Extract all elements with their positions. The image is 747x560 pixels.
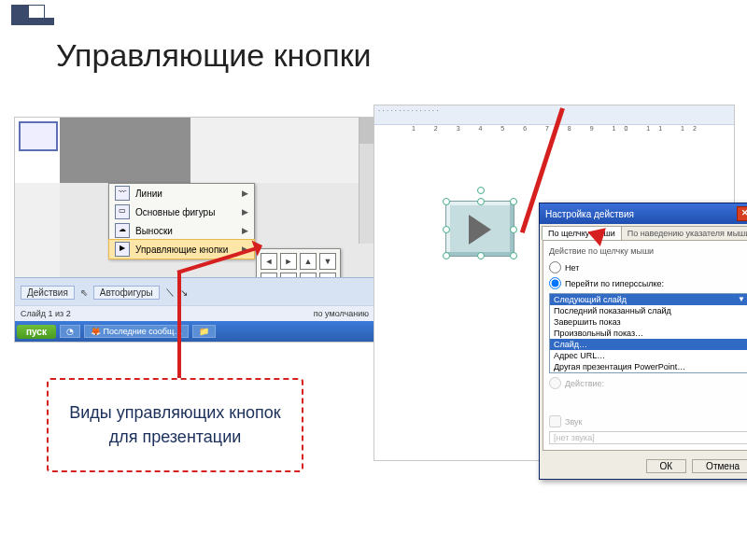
action-btn-forward[interactable]: ► bbox=[280, 253, 297, 270]
checkbox-label: Звук bbox=[565, 417, 582, 427]
action-button-shape[interactable] bbox=[445, 201, 514, 257]
combobox-selected[interactable]: Следующий слайд ▼ bbox=[550, 294, 747, 305]
action-btn-back[interactable]: ◄ bbox=[261, 253, 277, 270]
combo-option[interactable]: Завершить показ bbox=[550, 316, 747, 328]
combo-option[interactable]: Адрес URL… bbox=[550, 350, 747, 361]
radio-label: Перейти по гиперссылке: bbox=[565, 279, 664, 288]
autoshapes-button[interactable]: Автофигуры bbox=[93, 286, 160, 300]
flyout-item-basic-shapes[interactable]: ▭ Основные фигуры ▶ bbox=[109, 203, 254, 221]
callout-text: Виды управляющих кнопок для презентации bbox=[56, 401, 294, 448]
dialog-title-text: Настройка действия bbox=[545, 209, 634, 219]
resize-handle[interactable] bbox=[477, 198, 485, 205]
annotation-arrow bbox=[177, 271, 181, 378]
flyout-label: Линии bbox=[135, 189, 162, 199]
windows-taskbar: пуск ◔ 🦊 Последние сообщ… 📁 bbox=[15, 321, 374, 342]
dialog-titlebar[interactable]: Настройка действия ✕ bbox=[540, 203, 747, 224]
cancel-button[interactable]: Отмена bbox=[692, 459, 747, 473]
submenu-arrow-icon: ▶ bbox=[242, 226, 248, 235]
slide-workspace bbox=[60, 118, 190, 183]
rotate-handle[interactable] bbox=[477, 187, 485, 194]
submenu-arrow-icon: ▶ bbox=[242, 207, 248, 217]
play-icon bbox=[469, 215, 506, 245]
line-tool-icon[interactable]: ＼ bbox=[165, 286, 175, 299]
shapes-icon: ▭ bbox=[115, 204, 130, 219]
layout-name: по умолчанию bbox=[314, 309, 369, 318]
slide-title: Управляющие кнопки bbox=[56, 37, 372, 74]
radio-none[interactable]: Нет bbox=[549, 261, 747, 273]
start-button[interactable]: пуск bbox=[17, 325, 56, 339]
chevron-down-icon: ▼ bbox=[738, 295, 745, 304]
slide-thumbnail[interactable] bbox=[19, 121, 58, 151]
action-btn-begin[interactable]: ▲ bbox=[300, 253, 317, 270]
flyout-item-callouts[interactable]: ☁ Выноски ▶ bbox=[109, 221, 254, 240]
resize-handle[interactable] bbox=[443, 252, 450, 259]
autoshapes-flyout-menu: 〰 Линии ▶ ▭ Основные фигуры ▶ ☁ Выноски … bbox=[108, 183, 255, 259]
slide-panel bbox=[15, 118, 61, 183]
action-btn-end[interactable]: ▼ bbox=[319, 253, 336, 270]
submenu-arrow-icon: ▶ bbox=[242, 189, 248, 198]
action-settings-dialog: Настройка действия ✕ По щелчку мыши По н… bbox=[539, 203, 747, 480]
flyout-label: Выноски bbox=[135, 226, 173, 236]
checkbox-input bbox=[549, 415, 561, 427]
taskbar-item[interactable]: 🦊 Последние сообщ… bbox=[84, 325, 189, 338]
combo-option[interactable]: Произвольный показ… bbox=[550, 328, 747, 339]
dialog-button-row: ОК Отмена bbox=[540, 454, 747, 479]
radio-input[interactable] bbox=[549, 277, 561, 289]
radio-input bbox=[549, 377, 561, 389]
status-bar: Слайд 1 из 2 по умолчанию bbox=[15, 305, 374, 321]
combo-option[interactable]: Последний показанный слайд bbox=[550, 305, 747, 316]
powerpoint-window-left: 〰 Линии ▶ ▭ Основные фигуры ▶ ☁ Выноски … bbox=[14, 117, 375, 343]
resize-handle[interactable] bbox=[443, 198, 450, 205]
group-label: Действие по щелчку мыши bbox=[549, 246, 747, 256]
tab-mouse-over[interactable]: По наведению указателя мыши bbox=[621, 226, 747, 240]
lines-icon: 〰 bbox=[115, 186, 130, 201]
combo-option[interactable]: Другая презентация PowerPoint… bbox=[550, 361, 747, 372]
resize-handle[interactable] bbox=[477, 252, 485, 259]
vertical-ruler bbox=[374, 135, 400, 460]
combo-option[interactable]: Слайд… bbox=[550, 339, 747, 350]
dialog-tabstrip: По щелчку мыши По наведению указателя мы… bbox=[540, 224, 747, 240]
taskbar-item[interactable]: 📁 bbox=[192, 325, 216, 338]
callout-box: Виды управляющих кнопок для презентации bbox=[47, 378, 303, 472]
sound-combobox-disabled: [нет звука] bbox=[549, 431, 747, 444]
combobox-selected-text: Следующий слайд bbox=[554, 295, 627, 304]
radio-label: Действие: bbox=[565, 379, 604, 388]
pointer-tool-icon[interactable]: ⇖ bbox=[80, 287, 88, 298]
vertical-scrollbar[interactable] bbox=[359, 118, 374, 244]
radio-input[interactable] bbox=[549, 261, 561, 273]
resize-handle[interactable] bbox=[510, 226, 517, 233]
sound-value: [нет звука] bbox=[549, 431, 747, 444]
callouts-icon: ☁ bbox=[115, 223, 130, 238]
formatting-toolbar: · · · · · · · · · · · · · · · bbox=[374, 105, 734, 125]
action-buttons-icon: ▶ bbox=[115, 242, 130, 257]
slide-canvas[interactable]: Настройка действия ✕ По щелчку мыши По н… bbox=[399, 135, 734, 460]
actions-menu-button[interactable]: Действия bbox=[21, 286, 75, 300]
flyout-item-lines[interactable]: 〰 Линии ▶ bbox=[109, 184, 254, 203]
taskbar-item[interactable]: ◔ bbox=[60, 325, 80, 338]
radio-hyperlink[interactable]: Перейти по гиперссылке: bbox=[549, 277, 747, 289]
flyout-label: Управляющие кнопки bbox=[135, 245, 228, 255]
radio-label: Нет bbox=[565, 263, 579, 273]
radio-action-disabled: Действие: bbox=[549, 377, 747, 389]
resize-handle[interactable] bbox=[510, 198, 517, 205]
ok-button[interactable]: ОК bbox=[646, 459, 687, 473]
drawing-toolbar: Действия ⇖ Автофигуры ＼ ↘ bbox=[15, 277, 374, 306]
resize-handle[interactable] bbox=[510, 252, 517, 259]
hyperlink-combobox[interactable]: Следующий слайд ▼ Последний показанный с… bbox=[549, 293, 747, 373]
combobox-dropdown: Последний показанный слайд Завершить пок… bbox=[550, 305, 747, 372]
slide-bullet-deco bbox=[11, 5, 62, 38]
close-icon[interactable]: ✕ bbox=[737, 206, 747, 221]
tab-mouse-click[interactable]: По щелчку мыши bbox=[542, 226, 622, 240]
dialog-body: Действие по щелчку мыши Нет Перейти по г… bbox=[543, 240, 747, 451]
checkbox-sound: Звук bbox=[549, 415, 747, 427]
flyout-label: Основные фигуры bbox=[135, 207, 215, 217]
slide-counter: Слайд 1 из 2 bbox=[21, 309, 71, 318]
resize-handle[interactable] bbox=[443, 226, 450, 233]
powerpoint-window-right: · · · · · · · · · · · · · · · 1 2 3 4 5 … bbox=[374, 105, 735, 461]
